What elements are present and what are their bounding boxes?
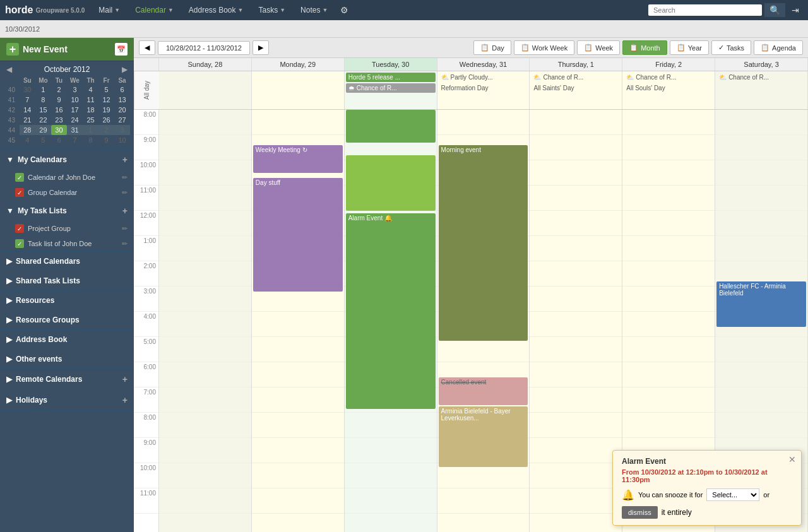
calendar-event[interactable]: Cancelled event	[439, 377, 528, 405]
add-calendar-icon[interactable]: +	[122, 155, 128, 165]
next-week-button[interactable]: ▶	[252, 40, 269, 55]
hour-slot[interactable]	[159, 463, 251, 488]
calendar-event[interactable]: Morning event	[439, 145, 528, 341]
mini-cal-day[interactable]: 22	[35, 115, 51, 125]
john-doe-cal-edit[interactable]: ✏	[122, 174, 128, 182]
view-week-button[interactable]: 📋 Week	[577, 40, 620, 55]
hour-slot[interactable]	[530, 261, 622, 287]
view-tasks-button[interactable]: ✓ Tasks	[711, 40, 751, 55]
settings-icon[interactable]: ⚙	[336, 3, 352, 17]
alarm-close-button[interactable]: ✕	[788, 454, 796, 464]
hour-slot[interactable]	[530, 110, 622, 135]
mini-cal-day[interactable]: 1	[35, 85, 51, 95]
add-holiday-icon[interactable]: +	[122, 395, 128, 405]
hour-slot[interactable]	[437, 110, 530, 135]
mini-cal-day[interactable]: 30	[20, 85, 35, 95]
hour-slot[interactable]	[252, 312, 344, 337]
snooze-select[interactable]: Select... 5 minutes 10 minutes 15 minute…	[706, 488, 759, 501]
mini-cal-day[interactable]: 28	[20, 125, 35, 135]
hour-slot[interactable]	[252, 362, 344, 387]
hour-slot[interactable]	[715, 186, 807, 211]
hour-slot[interactable]	[252, 463, 344, 488]
hour-slot[interactable]	[437, 463, 530, 488]
hour-slot[interactable]	[622, 413, 715, 438]
nav-addressbook[interactable]: Address Book ▼	[182, 3, 250, 17]
hour-slot[interactable]	[530, 135, 622, 160]
mini-cal-day[interactable]: 2	[98, 125, 114, 135]
hour-slot[interactable]	[622, 387, 715, 413]
hour-slot[interactable]	[345, 488, 437, 514]
other-events-header[interactable]: ▶ Other events	[0, 350, 134, 369]
mini-cal-day[interactable]: 25	[83, 115, 98, 125]
mini-cal-day[interactable]: 26	[98, 115, 114, 125]
hour-slot[interactable]	[622, 337, 715, 362]
holidays-header[interactable]: ▶ Holidays +	[0, 390, 134, 410]
mini-cal-day[interactable]: 13	[114, 95, 130, 105]
calendar-event[interactable]: Arminia Bielefeld - Bayer Leverkusen...	[439, 406, 528, 467]
mini-cal-day[interactable]: 20	[114, 105, 130, 115]
day-col-thursday[interactable]	[530, 110, 622, 532]
resource-groups-header[interactable]: ▶ Resource Groups	[0, 310, 134, 329]
calendar-event[interactable]	[346, 155, 436, 211]
mini-cal-day[interactable]: 11	[83, 95, 98, 105]
hour-slot[interactable]	[622, 287, 715, 312]
hour-slot[interactable]	[530, 362, 622, 387]
hour-slot[interactable]	[530, 236, 622, 261]
hour-slot[interactable]	[715, 160, 807, 186]
chance-rain-sat-event[interactable]: ⛅ Chance of R...	[716, 73, 806, 82]
my-task-lists-header[interactable]: ▼ My Task Lists +	[0, 201, 134, 221]
hour-slot[interactable]	[715, 362, 807, 387]
remote-calendars-header[interactable]: ▶ Remote Calendars +	[0, 369, 134, 389]
hour-slot[interactable]	[159, 337, 251, 362]
all-day-thursday[interactable]: ⛅ Chance of R... All Saints' Day	[530, 71, 622, 109]
sidebar-item-john-doe-cal[interactable]: ✓ Calendar of John Doe ✏	[0, 170, 134, 185]
mini-cal-day[interactable]: 10	[114, 135, 130, 145]
hour-slot[interactable]	[159, 387, 251, 413]
calendar-event[interactable]: Alarm Event 🔔	[346, 213, 436, 409]
mini-cal-day[interactable]: 5	[35, 135, 51, 145]
hour-slot[interactable]	[530, 186, 622, 211]
hour-slot[interactable]	[159, 186, 251, 211]
hour-slot[interactable]	[252, 488, 344, 514]
hour-slot[interactable]	[622, 160, 715, 186]
hour-slot[interactable]	[159, 261, 251, 287]
shared-task-lists-header[interactable]: ▶ Shared Task Lists	[0, 271, 134, 290]
hour-slot[interactable]	[530, 488, 622, 514]
mini-cal-day[interactable]: 15	[35, 105, 51, 115]
hour-slot[interactable]	[159, 362, 251, 387]
hour-slot[interactable]	[437, 337, 530, 362]
mini-cal-day[interactable]: 21	[20, 115, 35, 125]
mini-cal-day[interactable]: 8	[35, 95, 51, 105]
my-calendars-header[interactable]: ▼ My Calendars +	[0, 150, 134, 170]
hour-slot[interactable]	[437, 488, 530, 514]
sidebar-address-book-header[interactable]: ▶ Address Book	[0, 330, 134, 349]
hour-slot[interactable]	[530, 337, 622, 362]
hour-slot[interactable]	[622, 211, 715, 236]
day-col-monday[interactable]: Weekly Meeting ↻Day stuff	[252, 110, 345, 532]
mini-cal-day[interactable]: 6	[51, 135, 67, 145]
hour-slot[interactable]	[622, 236, 715, 261]
hour-slot[interactable]	[159, 287, 251, 312]
shared-calendars-header[interactable]: ▶ Shared Calendars	[0, 252, 134, 271]
hour-slot[interactable]	[715, 387, 807, 413]
hour-slot[interactable]	[622, 186, 715, 211]
hour-slot[interactable]	[715, 135, 807, 160]
mini-cal-day[interactable]: 8	[83, 135, 98, 145]
mini-cal-day[interactable]: 31	[67, 125, 83, 135]
mini-cal-day[interactable]: 18	[83, 105, 98, 115]
mini-cal-day[interactable]: 7	[67, 135, 83, 145]
chance-rain-fri-event[interactable]: ⛅ Chance of R...	[624, 73, 713, 82]
calendar-event[interactable]	[346, 110, 436, 143]
hour-slot[interactable]	[159, 488, 251, 514]
hour-slot[interactable]	[530, 438, 622, 463]
hour-slot[interactable]	[345, 438, 437, 463]
nav-calendar[interactable]: Calendar ▼	[129, 3, 180, 17]
mini-cal-day[interactable]: 1	[83, 125, 98, 135]
hour-slot[interactable]	[622, 312, 715, 337]
chance-rain-thu-event[interactable]: ⛅ Chance of R...	[531, 73, 621, 82]
view-month-button[interactable]: 📋 Month	[622, 40, 667, 55]
hour-slot[interactable]	[622, 135, 715, 160]
mini-cal-day[interactable]: 30	[51, 125, 67, 135]
hour-slot[interactable]	[530, 160, 622, 186]
calendar-event[interactable]: Weekly Meeting ↻	[253, 145, 343, 173]
